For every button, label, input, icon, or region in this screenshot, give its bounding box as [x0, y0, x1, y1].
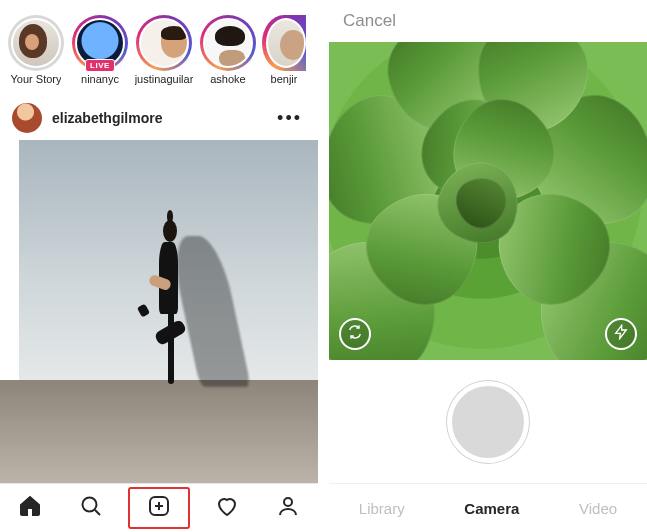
- profile-icon: [276, 494, 300, 522]
- post-header: elizabethgilmore •••: [0, 96, 318, 140]
- shutter-button[interactable]: [447, 381, 529, 463]
- story-label: Your Story: [11, 73, 62, 85]
- post-more-button[interactable]: •••: [273, 104, 306, 133]
- tab-library[interactable]: Library: [351, 496, 413, 521]
- svg-marker-6: [616, 325, 627, 338]
- switch-camera-button[interactable]: [339, 318, 371, 350]
- svg-line-1: [95, 510, 100, 515]
- camera-viewfinder[interactable]: [329, 42, 647, 360]
- svg-point-5: [284, 498, 292, 506]
- story-label: benjir: [271, 73, 298, 85]
- author-avatar[interactable]: [12, 103, 42, 133]
- nav-activity[interactable]: [204, 491, 250, 525]
- nav-profile[interactable]: [265, 491, 311, 525]
- heart-icon: [215, 494, 239, 522]
- feed-pane: Your Story LIVE ninanyc justinaguilar as…: [0, 0, 318, 532]
- tab-video[interactable]: Video: [571, 496, 625, 521]
- story-justinaguilar[interactable]: justinaguilar: [132, 15, 196, 85]
- story-label: ashoke: [210, 73, 245, 85]
- flash-icon: [613, 324, 629, 344]
- camera-pane: Cancel Library: [329, 0, 647, 532]
- switch-camera-icon: [347, 324, 363, 344]
- camera-header: Cancel: [329, 0, 647, 42]
- svg-point-0: [82, 498, 96, 512]
- cancel-button[interactable]: Cancel: [343, 11, 396, 31]
- create-icon: [147, 494, 171, 522]
- home-icon: [18, 494, 42, 522]
- bottom-nav: [0, 483, 318, 532]
- search-icon: [79, 494, 103, 522]
- tab-camera[interactable]: Camera: [456, 496, 527, 521]
- camera-mode-tabs: Library Camera Video: [329, 483, 647, 532]
- story-benjir[interactable]: benjir: [260, 15, 308, 85]
- post-image[interactable]: [0, 140, 318, 483]
- shutter-area: [329, 360, 647, 483]
- flash-button[interactable]: [605, 318, 637, 350]
- story-label: ninanyc: [81, 73, 119, 85]
- author-username[interactable]: elizabethgilmore: [52, 110, 263, 126]
- nav-create[interactable]: [128, 487, 190, 529]
- story-ninanyc[interactable]: LIVE ninanyc: [68, 15, 132, 85]
- story-label: justinaguilar: [135, 73, 194, 85]
- nav-search[interactable]: [68, 491, 114, 525]
- live-badge: LIVE: [85, 59, 115, 72]
- stories-tray[interactable]: Your Story LIVE ninanyc justinaguilar as…: [0, 0, 318, 96]
- nav-home[interactable]: [7, 491, 53, 525]
- story-ashoke[interactable]: ashoke: [196, 15, 260, 85]
- story-your-story[interactable]: Your Story: [4, 15, 68, 85]
